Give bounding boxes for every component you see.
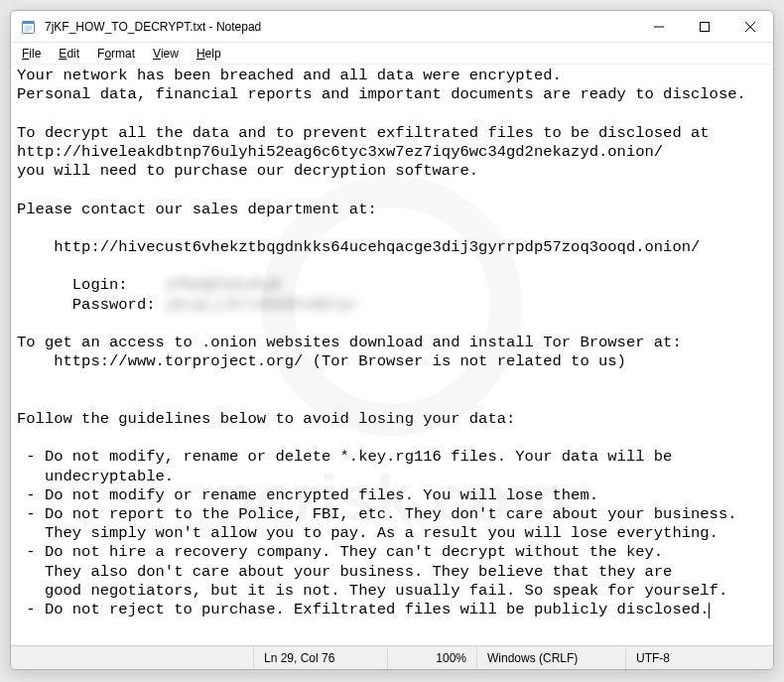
status-encoding: UTF-8 bbox=[626, 646, 773, 669]
maximize-button[interactable] bbox=[682, 11, 727, 42]
titlebar[interactable]: 7jKF_HOW_TO_DECRYPT.txt - Notepad bbox=[11, 11, 773, 43]
text-area[interactable]: pcrisk.com Your network has been breache… bbox=[11, 65, 773, 645]
document-text: Your network has been breached and all d… bbox=[17, 67, 767, 619]
login-redacted: xPNdQFbAvEwB bbox=[165, 276, 282, 295]
password-redacted: jKzqLjJk7vR68En8B7pr bbox=[165, 296, 359, 315]
menu-file[interactable]: File bbox=[13, 45, 50, 63]
close-button[interactable] bbox=[727, 11, 773, 42]
window-title: 7jKF_HOW_TO_DECRYPT.txt - Notepad bbox=[45, 20, 636, 34]
notepad-icon bbox=[21, 19, 37, 35]
window-controls bbox=[636, 11, 773, 42]
menu-edit[interactable]: Edit bbox=[50, 45, 88, 63]
svg-rect-1 bbox=[23, 21, 35, 24]
svg-rect-6 bbox=[701, 22, 710, 31]
status-cursor-position: Ln 29, Col 76 bbox=[254, 646, 388, 669]
minimize-button[interactable] bbox=[636, 11, 682, 42]
menu-view[interactable]: View bbox=[144, 45, 188, 63]
text-caret bbox=[709, 603, 710, 618]
statusbar: Ln 29, Col 76 100% Windows (CRLF) UTF-8 bbox=[11, 645, 773, 669]
menu-help[interactable]: Help bbox=[188, 45, 230, 63]
notepad-window: 7jKF_HOW_TO_DECRYPT.txt - Notepad File E… bbox=[10, 10, 774, 670]
menubar: File Edit Format View Help bbox=[11, 43, 773, 65]
status-empty bbox=[11, 646, 254, 669]
status-line-ending: Windows (CRLF) bbox=[477, 646, 626, 669]
menu-format[interactable]: Format bbox=[88, 45, 144, 63]
status-zoom: 100% bbox=[388, 646, 477, 669]
